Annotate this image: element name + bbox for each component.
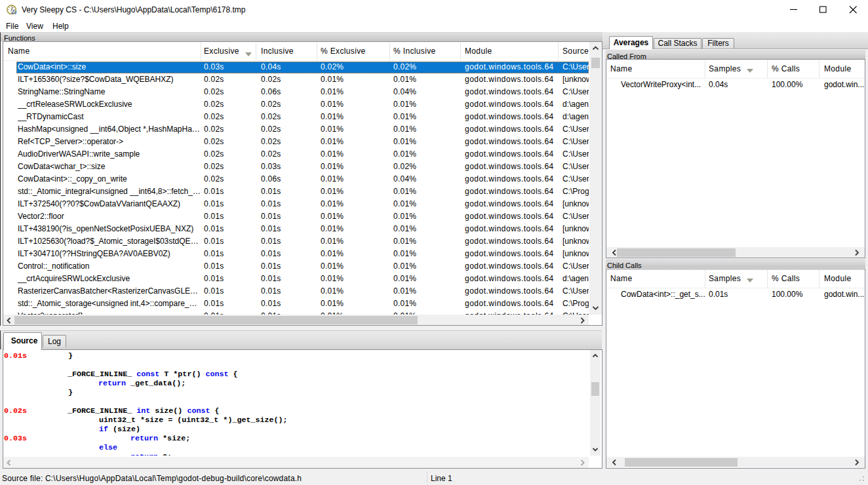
- svg-text:z: z: [14, 12, 16, 15]
- svg-text:Zz: Zz: [11, 9, 17, 15]
